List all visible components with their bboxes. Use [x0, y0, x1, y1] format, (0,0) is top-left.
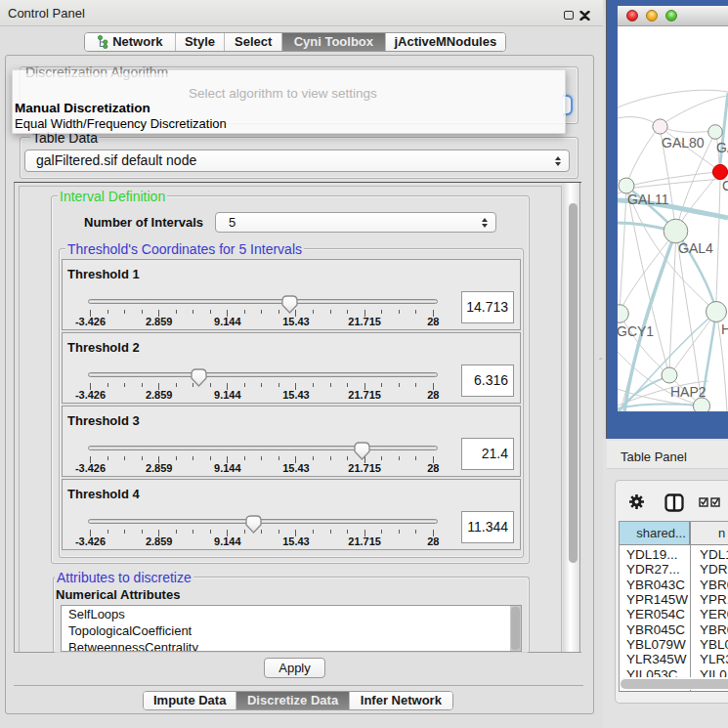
- svg-text:GAL4: GAL4: [678, 240, 713, 256]
- svg-text:GA: GA: [716, 140, 728, 155]
- svg-text:CD: CD: [722, 178, 728, 193]
- svg-text:GAL11: GAL11: [627, 192, 669, 207]
- svg-text:HAP2: HAP2: [670, 384, 707, 400]
- svg-text:HI: HI: [721, 321, 728, 337]
- svg-text:GCY1: GCY1: [618, 323, 654, 339]
- svg-text:GAL80: GAL80: [662, 135, 705, 150]
